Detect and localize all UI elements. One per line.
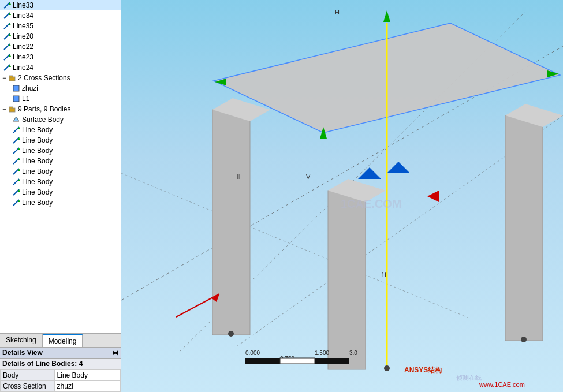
pin-icon[interactable]: ⧓ xyxy=(112,349,118,357)
tree-item-line-body-5[interactable]: Line Body xyxy=(0,166,121,177)
details-section-title: Details of Line Bodies: 4 xyxy=(0,359,121,369)
svg-line-23 xyxy=(13,137,19,143)
surface-icon xyxy=(12,115,21,124)
tree-item-line20[interactable]: Line20 xyxy=(0,31,121,42)
line-icon xyxy=(2,1,12,10)
tree-item-label-line-body-5: Line Body xyxy=(22,167,53,176)
tree-item-l1[interactable]: L1 xyxy=(0,94,121,104)
tree-item-line-body-7[interactable]: Line Body xyxy=(0,187,121,197)
line-icon xyxy=(2,63,12,72)
tree-item-zhuzi[interactable]: zhuzi xyxy=(0,83,121,94)
cross-section-icon xyxy=(12,84,21,93)
line-body-icon xyxy=(12,198,21,207)
tab-sketching[interactable]: Sketching xyxy=(0,334,43,347)
svg-text:侦测在线: 侦测在线 xyxy=(456,374,482,381)
tree-item-line-body-4[interactable]: Line Body xyxy=(0,156,121,166)
tabs-row: SketchingModeling xyxy=(0,334,121,348)
line-body-icon xyxy=(12,136,21,145)
svg-point-58 xyxy=(521,337,527,342)
svg-line-8 xyxy=(4,44,10,50)
details-value[interactable]: zhuzi xyxy=(54,381,120,392)
tree-item-label-line-body-1: Line Body xyxy=(22,126,53,134)
svg-line-0 xyxy=(4,2,10,8)
tree-item-line24[interactable]: Line24 xyxy=(0,62,121,73)
svg-marker-20 xyxy=(13,117,19,121)
tree-item-label-line-body-4: Line Body xyxy=(22,157,53,165)
svg-text:1CAE.COM: 1CAE.COM xyxy=(341,197,402,210)
svg-rect-67 xyxy=(245,358,280,364)
cross-section-icon xyxy=(12,94,21,103)
line-icon xyxy=(2,11,12,20)
tree-item-label-line-body-7: Line Body xyxy=(22,188,53,196)
svg-text:1.500: 1.500 xyxy=(315,350,329,356)
line-body-icon xyxy=(12,167,21,176)
svg-line-31 xyxy=(13,179,19,185)
svg-marker-49 xyxy=(427,191,439,202)
svg-marker-48 xyxy=(387,162,410,173)
tree-item-label-cross-sections-group: 2 Cross Sections xyxy=(18,74,70,82)
tree-item-line34[interactable]: Line34 xyxy=(0,10,121,21)
tab-modeling[interactable]: Modeling xyxy=(43,334,83,347)
tree-item-line23[interactable]: Line23 xyxy=(0,52,121,62)
details-key: Cross Section xyxy=(1,381,55,392)
svg-line-6 xyxy=(4,33,10,39)
main-container: Line33Line34Line35Line20Line22Line23Line… xyxy=(0,0,563,392)
details-value[interactable]: Line Body xyxy=(54,370,120,381)
tree-item-label-line34: Line34 xyxy=(13,12,33,20)
scene-svg: H V 1f II 0.000 0.750 1.500 3.0 1CAE.COM… xyxy=(121,0,563,392)
svg-line-21 xyxy=(13,127,19,133)
tree-item-cross-sections-group[interactable]: −2 Cross Sections xyxy=(0,73,121,83)
svg-rect-52 xyxy=(328,191,366,369)
svg-rect-17 xyxy=(13,96,19,102)
tree-item-label-l1: L1 xyxy=(22,95,29,103)
details-header: Details View ⧓ xyxy=(0,348,121,359)
tree-item-label-line23: Line23 xyxy=(13,53,33,61)
line-body-icon xyxy=(12,188,21,197)
svg-rect-50 xyxy=(212,110,250,335)
svg-line-35 xyxy=(13,200,19,206)
svg-rect-54 xyxy=(505,115,543,341)
tree-item-label-line33: Line33 xyxy=(13,1,33,9)
tree-item-label-parts-group: 9 Parts, 9 Bodies xyxy=(18,105,70,113)
svg-point-56 xyxy=(228,331,234,337)
tree-item-line-body-3[interactable]: Line Body xyxy=(0,145,121,156)
tree-item-label-line22: Line22 xyxy=(13,43,33,51)
tree-item-label-line-body-6: Line Body xyxy=(22,178,53,186)
details-panel: Details View ⧓ Details of Line Bodies: 4… xyxy=(0,348,121,392)
tree-item-label-zhuzi: zhuzi xyxy=(22,84,38,92)
svg-line-2 xyxy=(4,13,10,18)
svg-text:V: V xyxy=(306,173,311,180)
tree-item-line33[interactable]: Line33 xyxy=(0,0,121,10)
tree-item-label-line-body-8: Line Body xyxy=(22,199,53,207)
svg-line-10 xyxy=(4,54,10,60)
svg-text:ANSYS结构: ANSYS结构 xyxy=(404,366,442,374)
svg-line-29 xyxy=(13,169,19,174)
tree-item-label-line24: Line24 xyxy=(13,64,33,72)
svg-line-4 xyxy=(4,23,10,29)
details-row: BodyLine Body xyxy=(1,370,121,381)
svg-marker-47 xyxy=(358,167,381,179)
tree-item-line-body-8[interactable]: Line Body xyxy=(0,197,121,208)
tree-item-label-line35: Line35 xyxy=(13,22,33,30)
tree-item-line22[interactable]: Line22 xyxy=(0,42,121,52)
line-icon xyxy=(2,42,12,51)
line-body-icon xyxy=(12,156,21,166)
tree-panel[interactable]: Line33Line34Line35Line20Line22Line23Line… xyxy=(0,0,121,334)
tree-item-surface-body[interactable]: Surface Body xyxy=(0,114,121,125)
svg-text:3.0: 3.0 xyxy=(349,350,357,356)
svg-line-25 xyxy=(13,148,19,154)
tree-item-line35[interactable]: Line35 xyxy=(0,21,121,31)
tree-item-line-body-1[interactable]: Line Body xyxy=(0,125,121,135)
tree-item-line-body-2[interactable]: Line Body xyxy=(0,135,121,145)
tree-item-parts-group[interactable]: −9 Parts, 9 Bodies xyxy=(0,104,121,114)
svg-line-12 xyxy=(4,65,10,70)
viewport[interactable]: H V 1f II 0.000 0.750 1.500 3.0 1CAE.COM… xyxy=(121,0,563,392)
tree-item-label-line-body-2: Line Body xyxy=(22,136,53,144)
svg-point-57 xyxy=(384,365,390,371)
left-panel: Line33Line34Line35Line20Line22Line23Line… xyxy=(0,0,121,392)
svg-text:II: II xyxy=(237,174,240,180)
svg-line-27 xyxy=(13,158,19,164)
tree-item-line-body-6[interactable]: Line Body xyxy=(0,177,121,187)
svg-text:www.1CAE.com: www.1CAE.com xyxy=(479,381,525,388)
details-key: Body xyxy=(1,370,55,381)
